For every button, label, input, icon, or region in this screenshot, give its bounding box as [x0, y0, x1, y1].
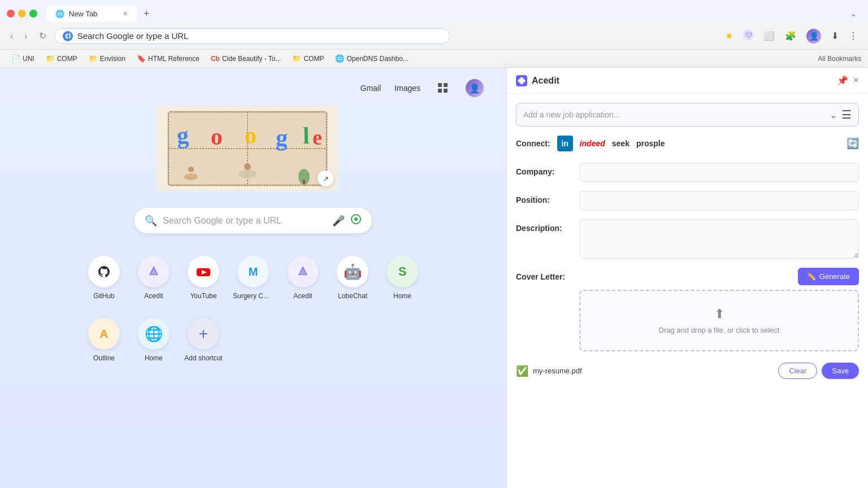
puzzle-button[interactable]: 🧩 [782, 28, 800, 43]
shortcut-home-e[interactable]: 🌐 Home [131, 313, 176, 367]
acedit-1-label: Acedit [144, 292, 163, 300]
gmail-link[interactable]: Gmail [361, 84, 381, 93]
close-window-btn[interactable] [7, 10, 15, 18]
lens-search-icon[interactable] [350, 213, 362, 228]
google-doodle[interactable]: g o o g l e [157, 106, 349, 197]
maximize-window-btn[interactable] [29, 10, 37, 18]
user-avatar[interactable]: 👤 [466, 79, 484, 97]
window-expand-btn[interactable]: ⌄ [850, 10, 861, 18]
address-input[interactable] [77, 31, 441, 41]
bookmark-opendns[interactable]: 🌐 OpenDNS Dashbo... [331, 53, 413, 64]
download-button[interactable]: ⬇ [828, 28, 842, 43]
shortcut-acedit-2[interactable]: Acedit [280, 251, 326, 304]
profile-avatar: 👤 [806, 29, 821, 43]
linkedin-connect-btn[interactable]: in [557, 136, 573, 151]
bookmark-comp-1-label: COMP [57, 55, 77, 63]
description-input[interactable] [579, 219, 859, 259]
bookmark-envision[interactable]: 📁 Envision [84, 53, 130, 64]
shortcut-acedit-1[interactable]: Acedit [131, 251, 176, 304]
bookmark-html-ref[interactable]: 🔖 HTML Reference [132, 53, 204, 64]
svg-point-20 [244, 163, 251, 170]
file-drop-zone[interactable]: ⬆ Drag and drop a file, or click to sele… [579, 290, 859, 351]
bookmark-comp-1[interactable]: 📁 COMP [41, 53, 82, 64]
shortcut-add[interactable]: + Add shortcut [181, 313, 226, 367]
shortcut-outline[interactable]: A Outline [81, 313, 127, 367]
globe-icon: 🌐 [335, 54, 344, 63]
active-tab[interactable]: 🌐 New Tab × [46, 6, 137, 21]
resume-row: ✅ my-resume.pdf Clear Save [516, 360, 859, 379]
share-doodle-button[interactable]: ↗ [318, 171, 333, 186]
indeed-connect-btn[interactable]: indeed [580, 139, 605, 148]
svg-text:g: g [176, 122, 189, 149]
document-icon: 📄 [11, 54, 20, 63]
svg-point-24 [354, 217, 358, 221]
tab-favicon: 🌐 [55, 10, 64, 18]
shield-icon-btn[interactable]: 🛡 [740, 28, 757, 45]
search-icon: 🔍 [145, 215, 157, 227]
lobechat-icon: 🤖 [337, 256, 368, 287]
shortcut-surgery[interactable]: M Surgery Con... [231, 251, 276, 304]
address-bar[interactable] [54, 28, 450, 44]
cover-letter-row: Cover Letter: ✏️ Generate ⬆ Drag and dro… [516, 268, 859, 351]
doodle-svg: g o o g l e [157, 106, 338, 191]
pin-button[interactable]: 📌 [837, 75, 848, 86]
voice-search-icon[interactable]: 🎤 [332, 215, 345, 227]
job-application-dropdown[interactable]: Add a new job application... ⌄ ☰ [516, 103, 859, 127]
folder-icon: 📁 [89, 54, 98, 63]
shortcut-github[interactable]: GitHub [81, 251, 127, 304]
all-bookmarks-btn[interactable]: All Bookmarks [818, 55, 861, 63]
bookmark-uni[interactable]: 📄 UNI [7, 53, 39, 64]
panel-title: Acedit [532, 76, 832, 86]
panel-header: Acedit 📌 × [507, 68, 868, 94]
shortcut-youtube[interactable]: YouTube [181, 251, 226, 304]
bookmark-button[interactable]: ★ [722, 28, 736, 43]
clear-button[interactable]: Clear [778, 363, 817, 379]
svg-text:o: o [210, 123, 223, 150]
top-links: Gmail Images 👤 [361, 79, 506, 97]
browser-chrome: 🌐 New Tab × + ⌄ ‹ › ↻ ★ 🛡 [0, 0, 868, 68]
connect-label: Connect: [516, 139, 550, 148]
new-tab-page: Gmail Images 👤 [0, 68, 506, 488]
youtube-label: YouTube [190, 292, 216, 300]
position-input[interactable] [579, 191, 859, 210]
company-input[interactable] [579, 163, 859, 182]
dropdown-menu-button[interactable]: ☰ [841, 108, 852, 121]
title-bar: 🌐 New Tab × + ⌄ [0, 0, 868, 23]
bookmark-comp-2[interactable]: 📁 COMP [288, 53, 328, 64]
images-link[interactable]: Images [394, 84, 420, 93]
main-area: Gmail Images 👤 [0, 68, 868, 488]
seek-connect-btn[interactable]: seek [612, 139, 630, 148]
description-field-row: Description: [516, 219, 859, 259]
svg-rect-22 [303, 180, 305, 184]
cover-letter-label: Cover Letter: [516, 268, 572, 281]
prosple-connect-btn[interactable]: prosple [636, 139, 665, 148]
profile-button[interactable]: 👤 [803, 27, 824, 46]
screenshot-button[interactable]: ⬜ [760, 28, 778, 43]
minimize-window-btn[interactable] [18, 10, 26, 18]
traffic-lights [7, 10, 37, 18]
back-button[interactable]: ‹ [7, 29, 16, 43]
more-options-button[interactable]: ⋮ [845, 28, 861, 43]
shortcut-home-s[interactable]: S Home [380, 251, 425, 304]
refresh-button[interactable]: ↻ [36, 28, 50, 43]
svg-text:l: l [303, 123, 310, 149]
new-tab-button[interactable]: + [140, 8, 153, 20]
search-input[interactable] [163, 216, 327, 226]
forward-button[interactable]: › [21, 29, 31, 43]
refresh-sources-button[interactable]: 🔄 [847, 137, 859, 150]
bookmark-opendns-label: OpenDNS Dashbo... [346, 55, 408, 63]
svg-point-17 [184, 173, 198, 180]
youtube-icon [188, 256, 219, 287]
resume-filename: my-resume.pdf [533, 367, 774, 375]
save-button[interactable]: Save [822, 363, 859, 379]
svg-text:🛡: 🛡 [746, 32, 752, 38]
home-s-icon: S [387, 256, 418, 287]
tab-close-btn[interactable]: × [123, 9, 128, 18]
panel-close-button[interactable]: × [853, 75, 859, 86]
apps-grid-button[interactable] [434, 79, 452, 97]
toolbar: ‹ › ↻ ★ 🛡 ⬜ 🧩 👤 ⬇ ⋮ [0, 23, 868, 50]
generate-button[interactable]: ✏️ Generate [798, 268, 859, 285]
shortcut-lobechat[interactable]: 🤖 LobeChat [330, 251, 375, 304]
plus-icon: + [199, 325, 208, 343]
bookmark-cide[interactable]: Cb Cide Beautify - To... [206, 54, 286, 64]
